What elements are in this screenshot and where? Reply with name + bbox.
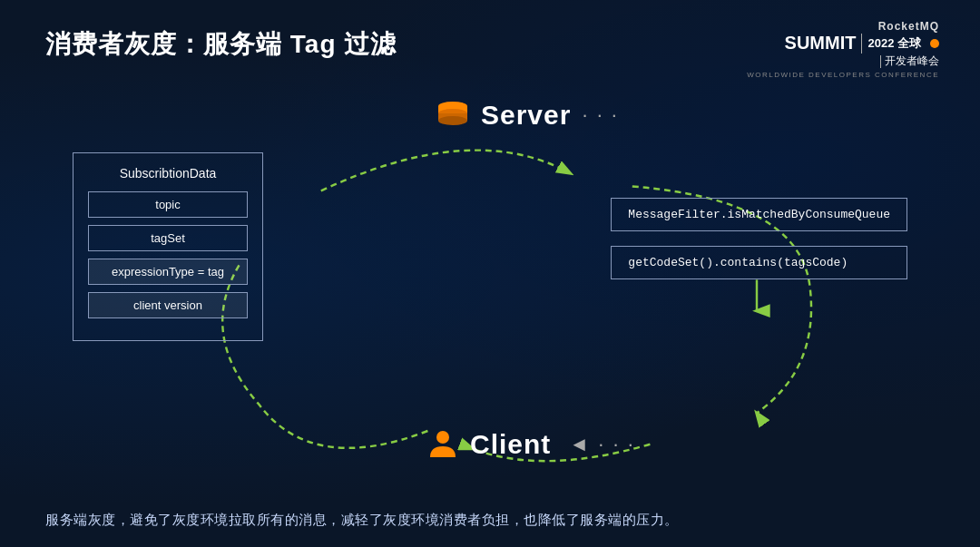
- server-icon: [436, 98, 470, 132]
- logo-line2: SUMMIT 2022 全球: [747, 33, 939, 54]
- subscription-box: SubscribtionData topic tagSet expression…: [73, 152, 263, 341]
- bottom-text: 服务端灰度，避免了灰度环境拉取所有的消息，减轻了灰度环境消费者负担，也降低了服务…: [45, 512, 935, 529]
- logo-text: RocketMQ SUMMIT 2022 全球 开发者峰会 WORLDWIDE …: [747, 20, 939, 79]
- code-box-getcodeset: getCodeSet().contains(tagsCode): [611, 246, 907, 279]
- server-label: Server · · ·: [436, 98, 619, 132]
- server-dots: · · ·: [582, 103, 619, 127]
- client-text: Client: [470, 429, 551, 460]
- subscription-item-tagset: tagSet: [88, 225, 248, 251]
- main-content: SubscribtionData topic tagSet expression…: [45, 80, 935, 515]
- logo-right-row: 开发者峰会: [747, 54, 939, 69]
- client-label: Client ◄ · · ·: [426, 428, 635, 461]
- code-box-messagefilter: MessageFilter.isMatchedByConsumeQueue: [611, 198, 907, 231]
- svg-point-5: [438, 116, 467, 125]
- subscription-item-clientversion: client version: [88, 292, 248, 318]
- logo-divider2: [880, 55, 881, 68]
- svg-point-6: [436, 431, 449, 444]
- logo-sub: WORLDWIDE DEVELOPERS CONFERENCE: [747, 71, 939, 79]
- logo-year: 2022 全球: [867, 35, 921, 52]
- client-dots: ◄ · · ·: [569, 433, 634, 456]
- client-icon: [426, 428, 459, 461]
- subscription-item-topic: topic: [88, 191, 248, 218]
- logo-right: 开发者峰会: [885, 54, 939, 69]
- slide: 消费者灰度：服务端 Tag 过滤 RocketMQ SUMMIT 2022 全球…: [0, 0, 980, 547]
- server-text: Server: [481, 100, 571, 131]
- logo-divider: [861, 34, 862, 54]
- logo-rocketmq: RocketMQ: [747, 20, 939, 33]
- logo-summit: SUMMIT: [785, 33, 857, 54]
- logo: RocketMQ SUMMIT 2022 全球 开发者峰会 WORLDWIDE …: [747, 20, 939, 79]
- orange-dot: [930, 39, 939, 48]
- subscription-item-expressiontype: expressionType = tag: [88, 259, 248, 285]
- subscription-title: SubscribtionData: [88, 166, 248, 181]
- code-boxes: MessageFilter.isMatchedByConsumeQueue ge…: [611, 198, 907, 279]
